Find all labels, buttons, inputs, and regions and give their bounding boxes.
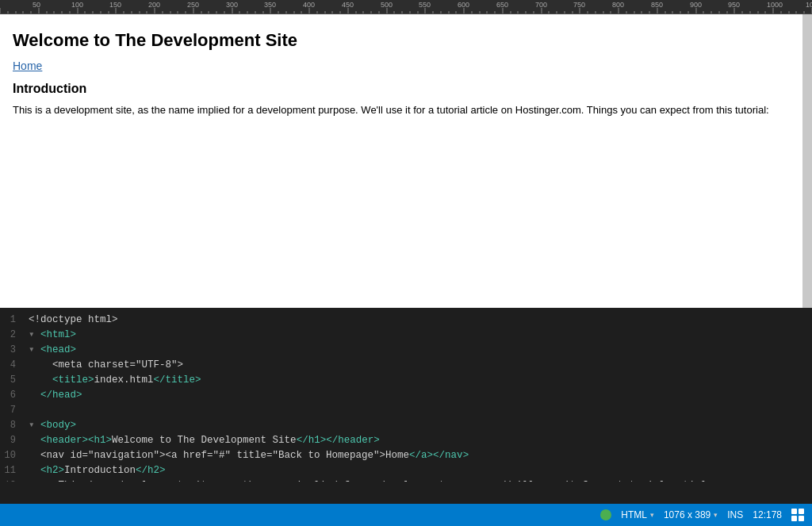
status-indicator — [600, 509, 611, 520]
section-heading: Introduction — [13, 82, 799, 96]
position-indicator: 12:178 — [753, 509, 782, 520]
code-line: </head> — [29, 388, 812, 403]
code-line: ▾ <html> — [29, 328, 812, 343]
code-line: <h2>Introduction</h2> — [29, 463, 812, 478]
status-bar: HTML ▾ 1076 x 389 ▾ INS 12:178 — [0, 504, 812, 526]
language-indicator[interactable]: HTML ▾ — [621, 509, 654, 520]
mode-indicator: INS — [727, 509, 743, 520]
code-line: ▾ <head> — [29, 343, 812, 358]
page-title: Welcome to The Development Site — [13, 30, 799, 51]
home-link[interactable]: Home — [13, 60, 42, 72]
grid-icon[interactable] — [791, 509, 804, 521]
code-line: <meta charset="UTF-8"> — [29, 358, 812, 373]
code-line: <header><h1>Welcome to The Development S… — [29, 433, 812, 448]
body-text: This is a development site, as the name … — [13, 102, 799, 118]
code-line — [29, 403, 812, 418]
line-numbers: 12345678910111213141516 — [0, 308, 22, 482]
code-editor[interactable]: 12345678910111213141516 <!doctype html>▾… — [0, 308, 812, 504]
code-content[interactable]: <!doctype html>▾ <html>▾ <head> <meta ch… — [22, 308, 812, 482]
code-line: ▾ <body> — [29, 418, 812, 433]
preview-pane: Welcome to The Development Site Home Int… — [0, 14, 812, 308]
code-line: <p>This is a development site, as the na… — [29, 478, 812, 482]
code-line: <nav id="navigation"><a href="#" title="… — [29, 448, 812, 463]
code-line: <!doctype html> — [29, 313, 812, 328]
code-line: <title>index.html</title> — [29, 373, 812, 388]
ruler — [0, 0, 812, 14]
dimensions-indicator[interactable]: 1076 x 389 ▾ — [664, 509, 718, 520]
